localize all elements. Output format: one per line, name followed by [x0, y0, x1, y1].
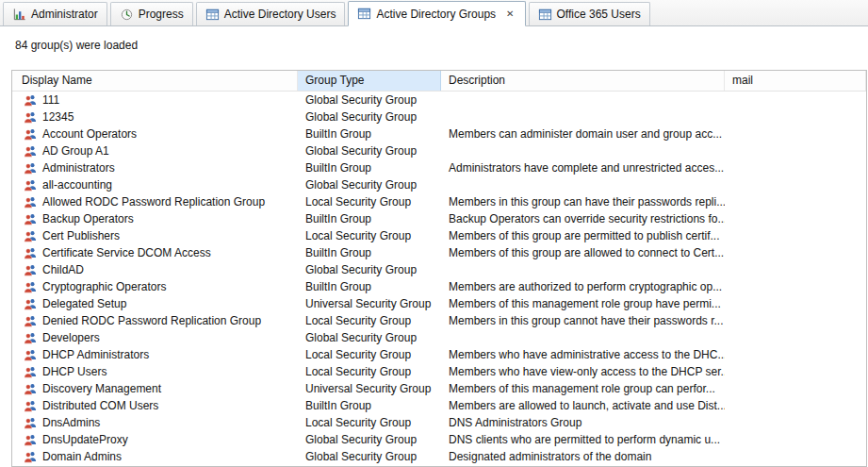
- display-name-text: Cryptographic Operators: [42, 278, 166, 295]
- cell-display-name: DHCP Administrators: [12, 346, 298, 363]
- table-row[interactable]: all-accountingGlobal Security Group: [12, 176, 866, 193]
- cell-display-name: Cert Publishers: [12, 227, 298, 244]
- display-name-text: ChildAD: [42, 261, 84, 278]
- tab-label: Active Directory Groups: [376, 8, 496, 21]
- cell-display-name: 12345: [12, 108, 298, 125]
- group-icon: [24, 433, 37, 446]
- column-header-mail[interactable]: mail: [725, 71, 866, 91]
- table-row[interactable]: Cert PublishersLocal Security GroupMembe…: [12, 227, 866, 244]
- cell-description: Members of this management role group ha…: [441, 295, 725, 312]
- table-row[interactable]: Delegated SetupUniversal Security GroupM…: [12, 295, 866, 312]
- table-row[interactable]: 111Global Security Group: [12, 92, 866, 108]
- cell-description: Members of this group are permitted to p…: [441, 227, 725, 244]
- table-row[interactable]: AdministratorsBuiltIn GroupAdministrator…: [12, 159, 866, 176]
- cell-group-type: Local Security Group: [298, 312, 441, 329]
- table-row[interactable]: AD Group A1Global Security Group: [12, 142, 866, 159]
- column-header-description[interactable]: Description: [441, 71, 725, 91]
- table-icon: [205, 8, 220, 22]
- tab-label: Office 365 Users: [557, 8, 641, 21]
- cell-group-type: BuiltIn Group: [298, 125, 441, 142]
- cell-group-type: Local Security Group: [298, 193, 441, 210]
- cell-display-name: 111: [12, 92, 298, 108]
- table-row[interactable]: Denied RODC Password Replication GroupLo…: [12, 312, 866, 329]
- cell-description: Backup Operators can override security r…: [441, 210, 725, 227]
- cell-group-type: BuiltIn Group: [298, 278, 441, 295]
- cell-description: Members are authorized to perform crypto…: [441, 278, 725, 295]
- cell-display-name: Cryptographic Operators: [12, 278, 298, 295]
- cell-display-name: AD Group A1: [12, 142, 298, 159]
- column-header-group-type[interactable]: Group Type: [298, 71, 441, 91]
- cell-description: Members in this group cannot have their …: [441, 312, 725, 329]
- table-row[interactable]: Cryptographic OperatorsBuiltIn GroupMemb…: [12, 278, 866, 295]
- table-row[interactable]: DHCP UsersLocal Security GroupMembers wh…: [12, 363, 866, 380]
- tab-active-directory-users[interactable]: Active Directory Users: [196, 2, 346, 25]
- cell-description: Members are allowed to launch, activate …: [441, 397, 725, 414]
- cell-description: Members can administer domain user and g…: [441, 125, 725, 142]
- table-row[interactable]: DnsAdminsLocal Security GroupDNS Adminis…: [12, 414, 866, 431]
- cell-description: Members who have view-only access to the…: [441, 363, 725, 380]
- group-icon: [24, 229, 37, 242]
- table-row[interactable]: Distributed COM UsersBuiltIn GroupMember…: [12, 397, 866, 414]
- display-name-text: DHCP Administrators: [42, 346, 149, 363]
- tab-office-365-users[interactable]: Office 365 Users: [529, 2, 650, 25]
- table-row[interactable]: DevelopersGlobal Security Group: [12, 329, 866, 346]
- table-row[interactable]: Discovery ManagementUniversal Security G…: [12, 380, 866, 397]
- groups-table: Display NameGroup TypeDescriptionmail 11…: [11, 70, 867, 467]
- display-name-text: Certificate Service DCOM Access: [42, 244, 211, 261]
- tab-administrator[interactable]: Administrator: [3, 2, 107, 25]
- group-icon: [24, 382, 37, 395]
- table-row[interactable]: Backup OperatorsBuiltIn GroupBackup Oper…: [12, 210, 866, 227]
- column-header-display-name[interactable]: Display Name: [12, 71, 298, 91]
- group-icon: [24, 297, 37, 310]
- cell-group-type: Local Security Group: [298, 363, 441, 380]
- group-icon: [24, 450, 37, 463]
- display-name-text: Discovery Management: [42, 380, 161, 397]
- tab-label: Administrator: [31, 8, 98, 21]
- display-name-text: Delegated Setup: [42, 295, 126, 312]
- cell-group-type: BuiltIn Group: [298, 159, 441, 176]
- table-row[interactable]: Account OperatorsBuiltIn GroupMembers ca…: [12, 125, 866, 142]
- cell-display-name: Distributed COM Users: [12, 397, 298, 414]
- tab-active-directory-groups[interactable]: Active Directory Groups✕: [348, 1, 525, 26]
- table-row[interactable]: ChildADGlobal Security Group: [12, 261, 866, 278]
- cell-group-type: BuiltIn Group: [298, 210, 441, 227]
- group-icon: [24, 212, 37, 225]
- display-name-text: 12345: [42, 108, 74, 125]
- display-name-text: Denied RODC Password Replication Group: [42, 312, 261, 329]
- group-icon: [24, 314, 37, 327]
- group-icon: [24, 399, 37, 412]
- table-row[interactable]: DnsUpdateProxyGlobal Security GroupDNS c…: [12, 431, 866, 448]
- table-header: Display NameGroup TypeDescriptionmail: [12, 71, 866, 92]
- cell-description: DNS clients who are permitted to perform…: [441, 431, 725, 448]
- group-icon: [24, 280, 37, 293]
- tab-progress[interactable]: Progress: [110, 2, 193, 25]
- table-row[interactable]: Domain AdminsGlobal Security GroupDesign…: [12, 448, 866, 465]
- cell-display-name: ChildAD: [12, 261, 298, 278]
- display-name-text: Developers: [42, 329, 100, 346]
- cell-display-name: Discovery Management: [12, 380, 298, 397]
- group-icon: [24, 348, 37, 361]
- cell-display-name: Domain Admins: [12, 448, 298, 465]
- group-icon: [24, 127, 37, 141]
- table-row[interactable]: 12345Global Security Group: [12, 108, 866, 125]
- cell-description: Administrators have complete and unrestr…: [441, 159, 725, 176]
- cell-display-name: Administrators: [12, 159, 298, 176]
- table-row[interactable]: DHCP AdministratorsLocal Security GroupM…: [12, 346, 866, 363]
- cell-description: Members who have administrative access t…: [441, 346, 725, 363]
- cell-group-type: Global Security Group: [298, 431, 441, 448]
- column-header-label: Display Name: [22, 74, 92, 87]
- close-icon[interactable]: ✕: [504, 8, 516, 20]
- display-name-text: DnsAdmins: [42, 414, 100, 431]
- content-area: 84 group(s) were loaded Display NameGrou…: [0, 26, 868, 467]
- cell-display-name: Allowed RODC Password Replication Group: [12, 193, 298, 210]
- cell-description: Designated administrators of the domain: [441, 448, 725, 465]
- cell-group-type: Global Security Group: [298, 329, 441, 346]
- progress-icon: [120, 8, 134, 22]
- table-icon: [538, 8, 552, 22]
- table-row[interactable]: Allowed RODC Password Replication GroupL…: [12, 193, 866, 210]
- table-row[interactable]: Certificate Service DCOM AccessBuiltIn G…: [12, 244, 866, 261]
- display-name-text: Distributed COM Users: [42, 397, 158, 414]
- display-name-text: 111: [42, 92, 59, 108]
- cell-description: DNS Administrators Group: [441, 414, 725, 431]
- app-window: AdministratorProgressActive Directory Us…: [0, 0, 868, 467]
